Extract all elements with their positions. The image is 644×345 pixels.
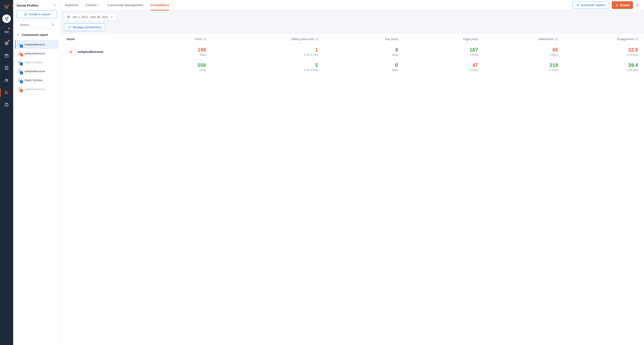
info-icon[interactable]: i bbox=[635, 38, 638, 41]
metric-value: 65 bbox=[478, 47, 558, 53]
metric-value: 0 bbox=[318, 63, 398, 68]
tab[interactable]: Community Management bbox=[108, 0, 143, 10]
profile-name: Ralph Scholze bbox=[24, 61, 42, 64]
table-column-header: Talking about thisi bbox=[206, 37, 318, 41]
rail-library[interactable] bbox=[0, 99, 13, 111]
edit-icon bbox=[68, 26, 71, 29]
tab[interactable]: Content bbox=[86, 0, 100, 10]
table-body: webpixelkonsum1980/day10.5% of fans00/da… bbox=[63, 44, 642, 75]
kebab-icon[interactable]: ••• bbox=[12, 5, 13, 7]
topbar: AudienceContentCommunity ManagementCompe… bbox=[61, 0, 644, 10]
profile-name: Ralph Scholze bbox=[24, 79, 42, 82]
create-report-label: Create a report bbox=[29, 13, 50, 16]
settings-button[interactable] bbox=[636, 3, 640, 7]
notification-dot bbox=[8, 28, 10, 29]
sidebar-title: Social Profiles bbox=[16, 4, 38, 7]
metric-sub: 0.5/day bbox=[398, 53, 478, 56]
cell-metric: 00/day bbox=[318, 47, 398, 56]
report-icon bbox=[24, 13, 27, 16]
rail-calendar[interactable] bbox=[0, 50, 13, 61]
schedule-reports-button[interactable]: Schedule reports bbox=[572, 1, 609, 9]
rail-analytics[interactable] bbox=[0, 87, 13, 98]
table-column-header: Interactionsi bbox=[478, 37, 558, 41]
rail-team[interactable] bbox=[0, 75, 13, 86]
cell-metric: 470.1/day bbox=[398, 63, 478, 71]
metric-value: 187 bbox=[398, 47, 478, 53]
metric-value: 0 bbox=[318, 47, 398, 53]
svg-point-6 bbox=[26, 14, 26, 15]
rail-notes[interactable] bbox=[0, 63, 13, 74]
profile-name: webpixelkonsum bbox=[24, 88, 45, 91]
metric-value: 39.4 bbox=[558, 63, 638, 68]
cell-metric: 32.80.2% post bbox=[558, 47, 638, 56]
tabs: AudienceContentCommunity ManagementCompe… bbox=[65, 0, 169, 10]
competitor-name: webpixelkonsum bbox=[78, 50, 103, 54]
metric-sub: 0.8% post bbox=[558, 69, 638, 72]
profile-item[interactable]: fwebpixelkonsum bbox=[15, 40, 59, 49]
cell-metric: 2194.7/post bbox=[478, 63, 558, 71]
tab-label: Competitors bbox=[150, 3, 169, 7]
profile-item[interactable]: ◎webpixelkonsum bbox=[15, 49, 59, 58]
cell-metric: 00/day bbox=[318, 63, 398, 71]
competitor-avatar bbox=[67, 48, 75, 56]
date-range-picker[interactable]: Jan 1, 2021 - Dec 28, 2021 bbox=[64, 13, 116, 21]
table-row[interactable]: webpixelkonsum1980/day10.5% of fans00/da… bbox=[63, 44, 642, 60]
metric-value: 198 bbox=[126, 47, 206, 53]
info-icon[interactable]: i bbox=[315, 38, 318, 41]
create-report-button[interactable]: Create a report bbox=[16, 10, 57, 18]
cell-metric: 39.40.8% post bbox=[558, 63, 638, 71]
network-badge-icon: ● bbox=[20, 89, 23, 92]
avatar: ● bbox=[17, 86, 22, 92]
tab-label: Community Management bbox=[108, 3, 143, 7]
cell-metric: 1870.5/day bbox=[398, 47, 478, 56]
tab[interactable]: Competitors bbox=[150, 0, 169, 10]
profile-name: webpixelkonsum bbox=[24, 43, 45, 46]
brand-logo[interactable]: ••• bbox=[2, 2, 11, 11]
main: AudienceContentCommunity ManagementCompe… bbox=[61, 0, 644, 345]
tab[interactable]: Audience bbox=[65, 0, 78, 10]
manage-competitors-button[interactable]: Manage competitors bbox=[64, 23, 105, 31]
profile-item[interactable]: ●webpixelkonsum bbox=[15, 85, 59, 94]
metric-value: 219 bbox=[478, 63, 558, 68]
profile-item[interactable]: inRalph Scholze bbox=[15, 58, 59, 67]
metric-value: 5 bbox=[206, 63, 318, 68]
svg-point-8 bbox=[637, 5, 638, 6]
chevron-down-icon bbox=[98, 4, 100, 6]
customized-report-toggle[interactable]: Customized report bbox=[15, 32, 59, 39]
rail-publish[interactable] bbox=[0, 13, 13, 24]
cell-name: webpixelkonsum bbox=[67, 48, 126, 56]
notification-dot bbox=[8, 40, 10, 42]
table-column-header: Fan posts bbox=[318, 37, 398, 41]
date-range-label: Jan 1, 2021 - Dec 28, 2021 bbox=[72, 15, 108, 19]
cell-metric: 650.3/post bbox=[478, 47, 558, 56]
rail-inbox[interactable] bbox=[0, 26, 13, 37]
profile-item[interactable]: fRalph Scholze bbox=[15, 76, 59, 85]
profile-name: webpixelkonsum bbox=[24, 52, 45, 55]
metric-sub: 0/day bbox=[318, 53, 398, 56]
metric-sub: 0.3/post bbox=[478, 53, 558, 56]
collapse-sidebar-button[interactable] bbox=[52, 3, 57, 8]
svg-rect-1 bbox=[5, 54, 8, 57]
svg-point-4 bbox=[7, 80, 8, 81]
send-icon bbox=[576, 4, 580, 7]
tab-label: Content bbox=[86, 3, 97, 7]
svg-rect-9 bbox=[68, 16, 70, 18]
info-icon[interactable]: i bbox=[203, 38, 206, 41]
info-icon[interactable]: i bbox=[555, 38, 558, 41]
profile-item[interactable]: inwebpixelkonsum bbox=[15, 67, 59, 76]
network-badge-icon: f bbox=[20, 45, 23, 48]
metric-sub: 4.7/post bbox=[478, 69, 558, 72]
toolbar: Jan 1, 2021 - Dec 28, 2021 Manage compet… bbox=[61, 10, 644, 34]
download-icon bbox=[615, 4, 618, 7]
metric-sub: 0.5% of fans bbox=[206, 53, 318, 56]
avatar: f bbox=[17, 42, 22, 47]
manage-competitors-label: Manage competitors bbox=[73, 26, 102, 29]
network-badge-icon: f bbox=[20, 80, 23, 83]
table-column-header: Name bbox=[67, 37, 126, 41]
export-button[interactable]: Export bbox=[612, 1, 633, 9]
icon-rail: ••• bbox=[0, 0, 13, 345]
chevron-right-icon bbox=[17, 34, 20, 36]
table-column-header: Engagementi bbox=[558, 37, 638, 41]
table-row[interactable]: 5560/day50.9% of fans00/day470.1/day2194… bbox=[63, 60, 642, 75]
rail-listening[interactable] bbox=[0, 38, 13, 49]
